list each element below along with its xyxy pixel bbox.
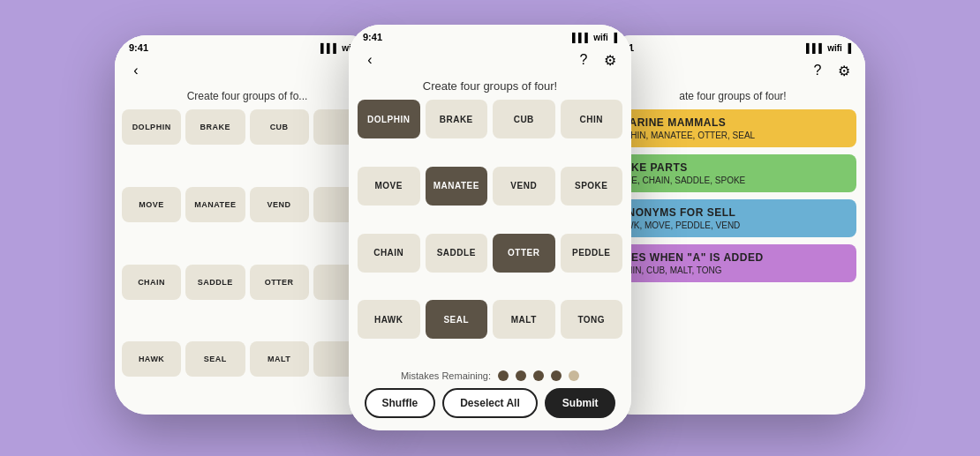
tile-tong-c[interactable]: TONG [561,300,623,339]
tile-brake-c[interactable]: BRAKE [426,100,488,138]
result-card-synonyms: YNONYMS FOR SELL AWK, MOVE, PEDDLE, VEND [609,199,856,237]
tile-seal-c[interactable]: SEAL [426,300,488,339]
dot-5 [569,370,579,381]
back-icon-center[interactable]: ‹ [361,51,379,69]
battery-icon-c: ▐ [611,33,617,42]
tile-otter-l[interactable]: OTTER [250,265,309,300]
signal-icon-c: ▌▌▌ [572,33,591,42]
tile-move-c[interactable]: MOVE [358,167,420,206]
tile-dolphin-l[interactable]: DOLPHIN [122,109,181,145]
tile-saddle-l[interactable]: SADDLE [185,265,245,300]
battery-icon-r: ▐ [845,43,851,53]
tile-malt-l[interactable]: MALT [250,341,309,377]
synonyms-title: YNONYMS FOR SELL [620,206,846,219]
tile-move-l[interactable]: MOVE [122,187,181,222]
time-left: 9:41 [129,42,148,53]
signal-icon: ▌▌▌ [320,43,339,53]
tile-manatee-l[interactable]: MANATEE [185,187,245,222]
results-view: MARINE MAMMALS LPHIN, MANATEE, OTTER, SE… [600,109,865,282]
word-grid-center: DOLPHIN BRAKE CUB CHIN MOVE MANATEE VEND… [349,100,631,362]
status-bar-left: 9:41 ▌▌▌ wifi ▐ [115,35,380,56]
bike-title: BIKE PARTS [620,161,846,174]
game-title-center: Create four groups of four! [349,74,631,100]
dot-1 [498,370,509,381]
tile-malt-c[interactable]: MALT [493,300,555,339]
submit-button[interactable]: Submit [545,388,616,418]
ries-words: CHIN, CUB, MALT, TONG [620,265,846,275]
dot-4 [551,370,562,381]
phone-center: 9:41 ▌▌▌ wifi ▐ ‹ ? ⚙ Create four groups… [349,25,631,430]
tile-saddle-c[interactable]: SADDLE [426,234,488,273]
settings-icon-r[interactable]: ⚙ [835,62,853,79]
phone-left: 9:41 ▌▌▌ wifi ▐ ‹ Create four groups of … [115,35,380,415]
game-title-right: ate four groups of four! [600,85,865,109]
help-icon-r[interactable]: ? [809,62,826,79]
result-card-marine: MARINE MAMMALS LPHIN, MANATEE, OTTER, SE… [609,109,856,147]
dot-2 [516,370,526,381]
tile-hawk-c[interactable]: HAWK [358,300,420,339]
tile-dolphin-c[interactable]: DOLPHIN [358,100,420,138]
status-bar-center: 9:41 ▌▌▌ wifi ▐ [349,25,631,46]
signal-icon-r: ▌▌▌ [806,43,825,53]
tile-otter-c[interactable]: OTTER [493,234,555,273]
game-title-left: Create four groups of fo... [115,85,380,109]
marine-words: LPHIN, MANATEE, OTTER, SEAL [620,131,846,140]
result-card-bike: BIKE PARTS AKE, CHAIN, SADDLE, SPOKE [609,154,856,192]
bottom-buttons: Shuffle Deselect All Submit [349,388,631,430]
wifi-icon-c: wifi [593,33,608,42]
tile-brake-l[interactable]: BRAKE [185,109,245,145]
tile-vend-l[interactable]: VEND [250,187,309,222]
tile-vend-c[interactable]: VEND [493,167,555,206]
marine-title: MARINE MAMMALS [620,116,846,129]
time-center: 9:41 [363,32,382,42]
nav-bar-left: ‹ [115,56,380,85]
mistakes-label: Mistakes Remaining: [401,370,491,381]
nav-bar-center: ‹ ? ⚙ [349,46,631,74]
tile-chin-c[interactable]: CHIN [561,100,623,138]
tile-cub-c[interactable]: CUB [493,100,555,138]
ries-title: RIES WHEN "A" IS ADDED [620,251,846,264]
tile-chain-l[interactable]: CHAIN [122,265,181,300]
status-icons-center: ▌▌▌ wifi ▐ [572,33,617,42]
nav-right-icons: ? ⚙ [809,62,853,79]
nav-right-center: ? ⚙ [575,51,619,69]
synonyms-words: AWK, MOVE, PEDDLE, VEND [620,221,846,230]
tile-peddle-c[interactable]: PEDDLE [561,234,623,273]
tile-seal-l[interactable]: SEAL [185,341,245,377]
help-icon-c[interactable]: ? [575,51,592,69]
wifi-icon-r: wifi [827,43,842,53]
status-bar-right: 9:41 ▌▌▌ wifi ▐ [600,35,865,56]
tile-chain-c[interactable]: CHAIN [358,234,420,273]
tile-spoke-c[interactable]: SPOKE [561,167,623,206]
tile-cub-l[interactable]: CUB [250,109,309,145]
settings-icon-c[interactable]: ⚙ [601,51,619,69]
bike-words: AKE, CHAIN, SADDLE, SPOKE [620,176,846,185]
dot-3 [533,370,544,381]
result-card-ries: RIES WHEN "A" IS ADDED CHIN, CUB, MALT, … [609,244,856,282]
back-icon-left[interactable]: ‹ [127,62,145,79]
word-grid-left: DOLPHIN BRAKE CUB MOVE MANATEE VEND CHAI… [115,109,380,415]
mistakes-row: Mistakes Remaining: [349,362,631,388]
nav-bar-right: ? ⚙ [600,56,865,85]
shuffle-button[interactable]: Shuffle [365,388,436,418]
deselect-all-button[interactable]: Deselect All [442,388,538,418]
status-icons-right: ▌▌▌ wifi ▐ [806,43,851,53]
tile-manatee-c[interactable]: MANATEE [426,167,488,206]
phone-right: 9:41 ▌▌▌ wifi ▐ ? ⚙ ate four groups of f… [600,35,865,415]
tile-hawk-l[interactable]: HAWK [122,341,181,377]
